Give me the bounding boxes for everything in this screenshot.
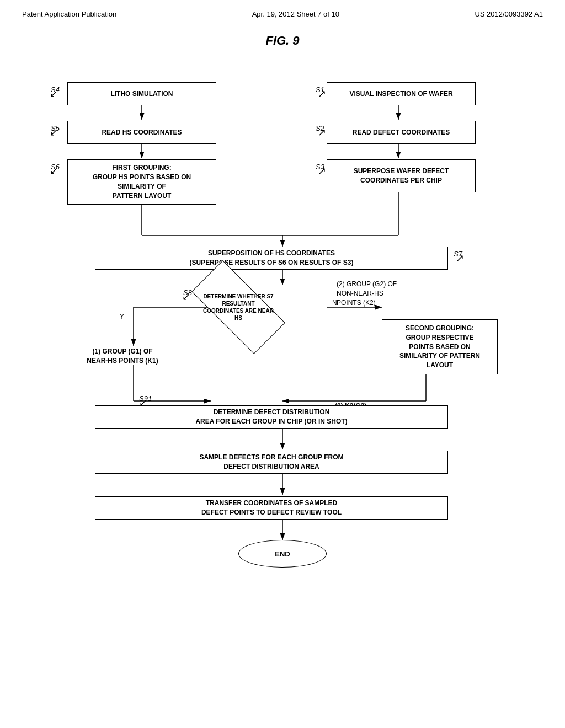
label-y: Y [120,313,124,320]
label-g2: (2) GROUP (G2) OFNON-NEAR-HSPOINTS (K2) [337,280,447,307]
box-s7: SUPERPOSITION OF HS COORDINATES (SUPERPO… [95,247,448,270]
box-end: END [238,540,327,568]
box-s1: VISUAL INSPECTION OF WAFER [327,82,476,105]
box-s4: LITHO SIMULATION [67,82,216,105]
box-s6: FIRST GROUPING: GROUP HS POINTS BASED ON… [67,159,216,205]
diagram-container: S4 ↙ LITHO SIMULATION S1 ↗ VISUAL INSPEC… [34,65,531,671]
box-s9: SECOND GROUPING: GROUP RESPECTIVE POINTS… [382,319,498,374]
page-header: Patent Application Publication Apr. 19, … [0,0,565,24]
box-s8-diamond: DETERMINE WHETHER S7 RESULTANTCOORDINATE… [194,285,282,329]
box-s5: READ HS COORDINATES [67,121,216,144]
label-g1: (1) GROUP (G1) OFNEAR-HS POINTS (K1) [67,347,178,366]
box-s2: READ DEFECT COORDINATES [327,121,476,144]
box-s92: SAMPLE DEFECTS FOR EACH GROUP FROM DEFEC… [95,451,448,474]
box-s91: DETERMINE DEFECT DISTRIBUTION AREA FOR E… [95,405,448,429]
header-center: Apr. 19, 2012 Sheet 7 of 10 [252,10,339,18]
box-s3: SUPERPOSE WAFER DEFECT COORDINATES PER C… [327,159,476,192]
label-n: N [332,299,337,307]
fig-title: FIG. 9 [0,34,565,48]
header-right: US 2012/0093392 A1 [475,10,543,18]
header-left: Patent Application Publication [22,10,116,18]
box-s93: TRANSFER COORDINATES OF SAMPLED DEFECT P… [95,496,448,520]
